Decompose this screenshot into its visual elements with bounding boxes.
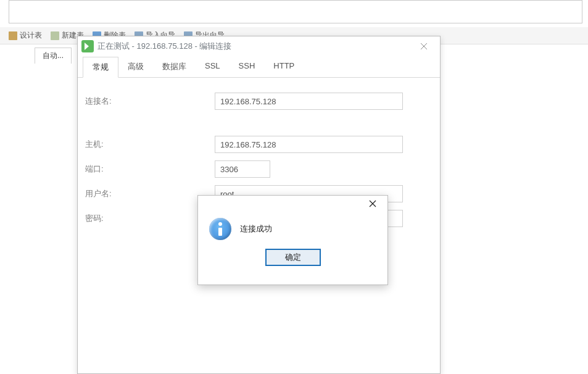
row-host: 主机: — [85, 136, 423, 153]
tab-advanced[interactable]: 高级 — [118, 57, 153, 78]
msgbox-text: 连接成功 — [240, 223, 272, 235]
input-port[interactable] — [215, 160, 270, 178]
connection-success-msgbox: 连接成功 确定 — [197, 195, 388, 285]
toolbar-label: 设计表 — [20, 30, 42, 41]
close-icon — [420, 43, 428, 50]
label-host: 主机: — [85, 139, 215, 150]
left-tab-auto[interactable]: 自动... — [35, 48, 72, 64]
button-label: 确定 — [285, 252, 301, 262]
row-connection-name: 连接名: — [85, 93, 423, 110]
close-icon — [369, 200, 376, 207]
toolbar-design-table[interactable]: 设计表 — [9, 30, 42, 41]
dialog-tabs: 常规 高级 数据库 SSL SSH HTTP — [78, 56, 440, 78]
dialog-title: 正在测试 - 192.168.75.128 - 编辑连接 — [97, 41, 410, 52]
tab-ssl[interactable]: SSL — [196, 57, 230, 78]
navicat-app-icon — [81, 40, 94, 52]
top-empty-input[interactable] — [9, 0, 582, 23]
label-user: 用户名: — [85, 188, 215, 199]
left-tab-label: 自动... — [43, 51, 64, 60]
label-password: 密码: — [85, 213, 215, 224]
dialog-close-button[interactable] — [410, 37, 437, 56]
row-port: 端口: — [85, 160, 423, 178]
info-icon — [209, 218, 231, 240]
table-new-icon — [51, 31, 59, 40]
label-connection-name: 连接名: — [85, 96, 215, 107]
table-grid-icon — [9, 31, 17, 40]
tab-label: 常规 — [93, 62, 109, 72]
tab-label: SSL — [205, 61, 220, 70]
input-connection-name[interactable] — [215, 93, 403, 110]
msgbox-body: 连接成功 — [198, 212, 387, 249]
label-port: 端口: — [85, 164, 215, 175]
dialog-titlebar: 正在测试 - 192.168.75.128 - 编辑连接 — [78, 36, 440, 56]
tab-label: 高级 — [128, 62, 144, 71]
msgbox-close-button[interactable] — [362, 196, 384, 211]
tab-label: SSH — [239, 61, 255, 70]
tab-general[interactable]: 常规 — [83, 57, 118, 78]
msgbox-ok-button[interactable]: 确定 — [265, 249, 321, 266]
tab-http[interactable]: HTTP — [264, 57, 304, 78]
tab-label: 数据库 — [162, 62, 186, 71]
tab-ssh[interactable]: SSH — [230, 57, 265, 78]
tab-label: HTTP — [273, 61, 294, 70]
msgbox-footer: 确定 — [198, 249, 387, 275]
msgbox-titlebar — [198, 196, 387, 212]
input-host[interactable] — [215, 136, 403, 153]
tab-database[interactable]: 数据库 — [153, 57, 196, 78]
